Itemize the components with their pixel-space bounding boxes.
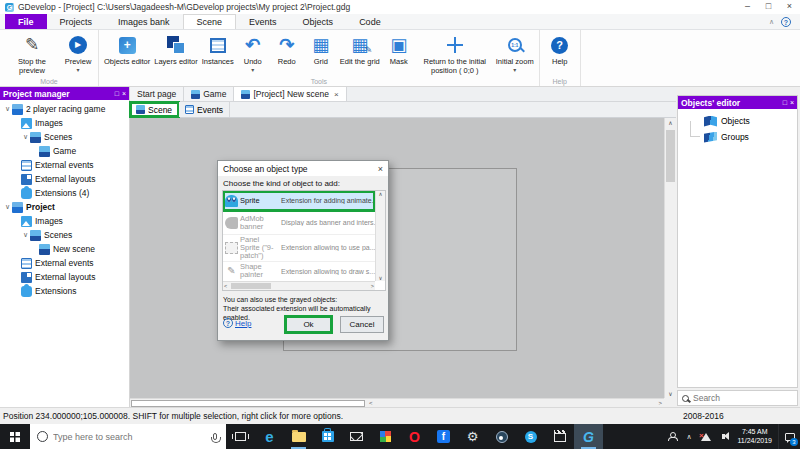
start-button[interactable] bbox=[0, 424, 30, 449]
doc-tab-game[interactable]: Game bbox=[184, 87, 234, 101]
objects-search-input[interactable] bbox=[693, 393, 793, 403]
edit-grid-button[interactable]: ▦✎ Edit the grid bbox=[338, 32, 382, 68]
close-button[interactable]: × bbox=[779, 0, 800, 14]
tree-item-external-events[interactable]: External events bbox=[0, 158, 129, 172]
tree-caret-icon[interactable]: ∨ bbox=[21, 231, 30, 239]
tree-item-extensions[interactable]: Extensions bbox=[0, 284, 129, 298]
task-view-button[interactable] bbox=[226, 424, 255, 449]
skype-button[interactable]: S bbox=[516, 424, 545, 449]
doc-tab-new-scene[interactable]: [Project] New scene × bbox=[234, 87, 346, 101]
tab-code[interactable]: Code bbox=[346, 14, 394, 29]
tree-caret-icon[interactable]: ∨ bbox=[21, 133, 30, 141]
scroll-up-icon[interactable]: ∧ bbox=[665, 119, 676, 126]
panel-maximize-icon[interactable]: □ bbox=[115, 90, 119, 97]
tree-item-images[interactable]: Images bbox=[0, 214, 129, 228]
initial-zoom-button[interactable]: 1:1 Initial zoom ▾ bbox=[494, 32, 536, 75]
scene-canvas[interactable]: ∧ ∨ bbox=[130, 118, 676, 398]
tree-item-images[interactable]: Images bbox=[0, 116, 129, 130]
scroll-up-icon[interactable]: ∧ bbox=[376, 191, 385, 197]
steam-button[interactable] bbox=[487, 424, 516, 449]
facebook-button[interactable]: f bbox=[429, 424, 458, 449]
people-button[interactable] bbox=[663, 432, 680, 441]
file-explorer-button[interactable] bbox=[284, 424, 313, 449]
objects-editor-button[interactable]: + Objects editor bbox=[102, 32, 152, 68]
tree-item-scenes[interactable]: ∨ Scenes bbox=[0, 130, 129, 144]
return-initial-position-button[interactable]: Return to the initial position ( 0;0 ) bbox=[416, 32, 494, 76]
tab-scene[interactable]: Scene bbox=[183, 14, 237, 29]
undo-button[interactable]: ↶ Undo ▾ bbox=[236, 32, 270, 75]
canvas-vertical-scrollbar[interactable]: ∧ ∨ bbox=[664, 118, 676, 398]
tab-objects[interactable]: Objects bbox=[290, 14, 347, 29]
tree-item-scenes[interactable]: ∨ Scenes bbox=[0, 228, 129, 242]
mask-button[interactable]: ▣ Mask bbox=[382, 32, 416, 68]
taskbar-search-input[interactable] bbox=[53, 432, 208, 442]
tree-item-groups[interactable]: Groups bbox=[678, 129, 797, 145]
cancel-button[interactable]: Cancel bbox=[340, 316, 384, 333]
list-vertical-scrollbar[interactable]: ∧ ∨ bbox=[375, 191, 385, 281]
doc-tab-start-page[interactable]: Start page bbox=[130, 87, 184, 101]
network-button[interactable] bbox=[697, 433, 714, 441]
grid-button[interactable]: ▦ Grid bbox=[304, 32, 338, 68]
mail-button[interactable] bbox=[342, 424, 371, 449]
microphone-icon[interactable] bbox=[213, 433, 217, 440]
gdevelop-taskbar-button[interactable]: G bbox=[574, 424, 603, 449]
help-icon[interactable]: ? bbox=[781, 17, 791, 27]
object-type-row-sprite[interactable]: Sprite Extension for adding animate.. bbox=[223, 191, 375, 211]
subtab-scene[interactable]: Scene bbox=[130, 102, 179, 117]
tree-item-project[interactable]: ∨ Project bbox=[0, 200, 129, 214]
list-horizontal-scrollbar[interactable]: < > bbox=[223, 281, 375, 290]
scroll-right-icon[interactable]: > bbox=[371, 282, 374, 290]
dialog-close-icon[interactable]: × bbox=[378, 164, 383, 174]
tab-file[interactable]: File bbox=[5, 14, 47, 29]
volume-button[interactable] bbox=[714, 434, 731, 439]
panel-close-icon[interactable]: × bbox=[790, 99, 794, 106]
photos-button[interactable] bbox=[371, 424, 400, 449]
layers-editor-button[interactable]: Layers editor bbox=[152, 32, 199, 68]
minimize-button[interactable]: – bbox=[737, 0, 758, 14]
taskbar-clock[interactable]: 7:45 AM 11/24/2019 bbox=[731, 428, 778, 446]
tab-projects[interactable]: Projects bbox=[47, 14, 106, 29]
panel-maximize-icon[interactable]: □ bbox=[783, 99, 787, 106]
scroll-down-icon[interactable]: ∨ bbox=[665, 390, 676, 397]
tree-item-external-layouts[interactable]: External layouts bbox=[0, 172, 129, 186]
instances-button[interactable]: Instances bbox=[200, 32, 236, 68]
settings-button[interactable]: ⚙ bbox=[458, 424, 487, 449]
scrollbar-thumb[interactable] bbox=[666, 130, 675, 182]
object-type-row-admob[interactable]: AdMob banner Display ads banner and inte… bbox=[223, 211, 375, 235]
tree-item-new-scene[interactable]: New scene bbox=[0, 242, 129, 256]
tree-item-racing-game[interactable]: ∨ 2 player racing game bbox=[0, 102, 129, 116]
opera-button[interactable]: O bbox=[400, 424, 429, 449]
scroll-left-icon[interactable]: < bbox=[224, 282, 227, 290]
ok-button[interactable]: Ok bbox=[285, 316, 332, 333]
taskbar-search-box[interactable] bbox=[30, 424, 226, 449]
scrollbar-thumb[interactable] bbox=[231, 283, 271, 289]
canvas-horizontal-scrollbar[interactable]: < > bbox=[130, 398, 664, 407]
tree-item-extensions[interactable]: Extensions (4) bbox=[0, 186, 129, 200]
close-tab-icon[interactable]: × bbox=[334, 90, 339, 99]
edge-button[interactable]: e bbox=[255, 424, 284, 449]
dialog-help-link[interactable]: ? Help bbox=[223, 318, 251, 328]
redo-button[interactable]: ↷ Redo bbox=[270, 32, 304, 68]
tab-images-bank[interactable]: Images bank bbox=[105, 14, 183, 29]
tray-overflow-button[interactable]: ∧ bbox=[680, 433, 697, 441]
object-type-row-shape-painter[interactable]: ✎ Shape painter Extension allowing to dr… bbox=[223, 262, 375, 281]
movies-button[interactable] bbox=[545, 424, 574, 449]
scroll-down-icon[interactable]: ∨ bbox=[376, 275, 385, 281]
maximize-button[interactable]: □ bbox=[758, 0, 779, 14]
tree-item-external-events[interactable]: External events bbox=[0, 256, 129, 270]
subtab-events[interactable]: Events bbox=[179, 102, 230, 117]
action-center-button[interactable]: 3 bbox=[778, 424, 800, 449]
tree-caret-icon[interactable]: ∨ bbox=[3, 203, 12, 211]
store-button[interactable] bbox=[313, 424, 342, 449]
tree-item-game-scene[interactable]: Game bbox=[0, 144, 129, 158]
scrollbar-thumb[interactable] bbox=[131, 400, 365, 407]
preview-button[interactable]: ▶ Preview ▾ bbox=[61, 32, 95, 75]
help-button[interactable]: ? Help bbox=[543, 32, 577, 68]
tree-item-external-layouts[interactable]: External layouts bbox=[0, 270, 129, 284]
object-type-row-panel-sprite[interactable]: Panel Sprite ("9-patch") Extension allow… bbox=[223, 235, 375, 262]
tab-events[interactable]: Events bbox=[236, 14, 290, 29]
panel-close-icon[interactable]: × bbox=[122, 90, 126, 97]
collapse-ribbon-icon[interactable]: ∧ bbox=[769, 18, 774, 26]
stop-preview-button[interactable]: ✎ Stop the preview bbox=[3, 32, 61, 76]
tree-caret-icon[interactable]: ∨ bbox=[3, 105, 12, 113]
